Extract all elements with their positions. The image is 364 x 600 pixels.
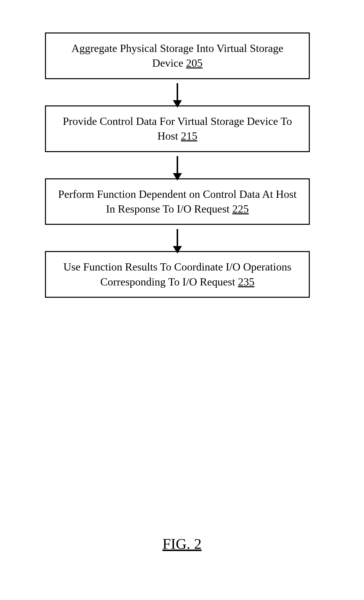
arrow-container <box>45 79 310 105</box>
arrow-down-icon <box>177 156 178 174</box>
step-text: Use Function Results To Coordinate I/O O… <box>63 261 292 288</box>
step-text: Perform Function Dependent on Control Da… <box>58 188 297 215</box>
step-text: Provide Control Data For Virtual Storage… <box>63 115 292 142</box>
arrow-down-icon <box>177 229 178 247</box>
arrow-container <box>45 225 310 251</box>
figure-label: FIG. 2 <box>162 535 202 553</box>
flow-step-box: Aggregate Physical Storage Into Virtual … <box>45 32 310 79</box>
flow-step-box: Perform Function Dependent on Control Da… <box>45 178 310 225</box>
step-ref: 235 <box>238 276 254 288</box>
arrow-down-icon <box>177 83 178 101</box>
flow-step-box: Use Function Results To Coordinate I/O O… <box>45 251 310 298</box>
step-ref: 225 <box>232 203 249 215</box>
step-text: Aggregate Physical Storage Into Virtual … <box>71 42 283 69</box>
flow-step-box: Provide Control Data For Virtual Storage… <box>45 105 310 152</box>
step-ref: 205 <box>186 57 203 69</box>
step-ref: 215 <box>181 130 197 142</box>
flowchart-container: Aggregate Physical Storage Into Virtual … <box>45 32 310 298</box>
arrow-container <box>45 152 310 178</box>
